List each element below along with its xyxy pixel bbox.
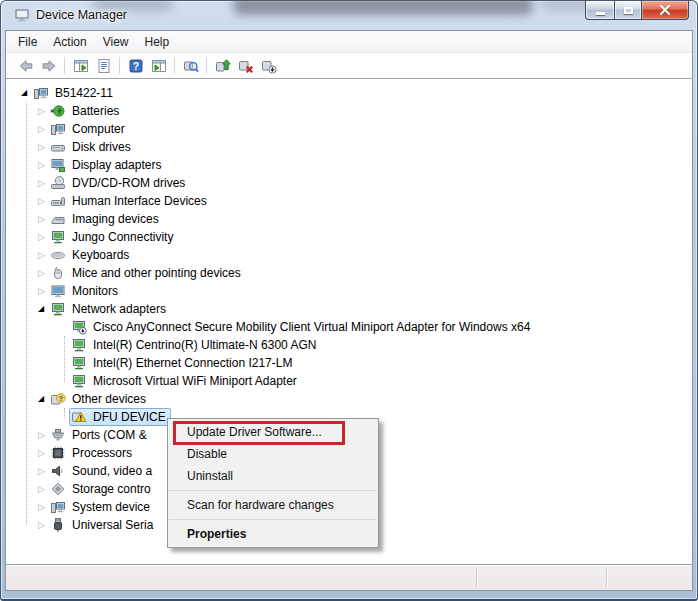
expander-collapsed-icon[interactable]: ▷: [38, 447, 50, 459]
mouse-icon: [50, 265, 66, 281]
tree-item[interactable]: Intel(R) Ethernet Connection I217-LM: [71, 355, 294, 371]
menu-help[interactable]: Help: [137, 32, 178, 52]
tree-item[interactable]: Universal Seria: [50, 517, 155, 533]
expander-collapsed-icon[interactable]: ▷: [38, 195, 50, 207]
tree-item[interactable]: B51422-11: [33, 85, 115, 101]
disable-button[interactable]: [257, 55, 280, 77]
tree-item[interactable]: Human Interface Devices: [50, 193, 209, 209]
tree-item[interactable]: Display adapters: [50, 157, 163, 173]
expander-collapsed-icon[interactable]: ▷: [38, 177, 50, 189]
expander-collapsed-icon[interactable]: ▷: [38, 285, 50, 297]
close-button[interactable]: [642, 1, 689, 20]
forward-icon: [41, 58, 57, 74]
tree-item-label: Ports (COM &: [70, 427, 149, 443]
tree-item[interactable]: Cisco AnyConnect Secure Mobility Client …: [71, 319, 532, 335]
tree-item[interactable]: Storage contro: [50, 481, 153, 497]
minimize-button[interactable]: [585, 1, 614, 20]
tree-item[interactable]: Sound, video a: [50, 463, 154, 479]
tree-item[interactable]: Imaging devices: [50, 211, 161, 227]
warning-device-icon: [71, 409, 87, 425]
properties-button[interactable]: [92, 55, 115, 77]
properties-icon: [96, 58, 112, 74]
maximize-button[interactable]: [614, 1, 642, 20]
expander-collapsed-icon[interactable]: ▷: [38, 483, 50, 495]
tree-item[interactable]: Disk drives: [50, 139, 133, 155]
expander-collapsed-icon[interactable]: ▷: [38, 105, 50, 117]
menubar: FileActionViewHelp: [6, 31, 692, 53]
close-icon: [659, 5, 671, 15]
expander-collapsed-icon[interactable]: ▷: [38, 429, 50, 441]
tree-item[interactable]: Computer: [50, 121, 127, 137]
expander-collapsed-icon[interactable]: ▷: [38, 519, 50, 531]
expander-collapsed-icon[interactable]: ▷: [38, 159, 50, 171]
tree-item[interactable]: Jungo Connectivity: [50, 229, 175, 245]
expander-collapsed-icon[interactable]: ▷: [38, 267, 50, 279]
show-console-tree-icon: [73, 58, 89, 74]
display-adapter-icon: [50, 157, 66, 173]
expander-expanded-icon[interactable]: ◢: [21, 87, 33, 99]
tree-item[interactable]: Batteries: [50, 103, 121, 119]
network-adapter-disabled-icon: [71, 319, 87, 335]
tree-item-label: Imaging devices: [70, 211, 161, 227]
tree-item[interactable]: Ports (COM &: [50, 427, 149, 443]
scan-hardware-changes-button[interactable]: [179, 55, 202, 77]
tree-row: ▷Keyboards: [6, 246, 692, 264]
update-driver-button[interactable]: [211, 55, 234, 77]
show-console-tree-button[interactable]: [69, 55, 92, 77]
expander-expanded-icon[interactable]: ◢: [38, 303, 50, 315]
menu-view[interactable]: View: [95, 32, 137, 52]
network-adapter-icon: [71, 355, 87, 371]
device-manager-window: Device Manager FileActionViewHelp ? ◢B51…: [0, 0, 698, 601]
tree-item[interactable]: Monitors: [50, 283, 120, 299]
tree-item[interactable]: ?Other devices: [50, 391, 148, 407]
tree-item[interactable]: Microsoft Virtual WiFi Miniport Adapter: [71, 373, 299, 389]
tree-item[interactable]: System device: [50, 499, 152, 515]
computer-icon: [50, 121, 66, 137]
usb-icon: [50, 517, 66, 533]
expander-collapsed-icon[interactable]: ▷: [38, 123, 50, 135]
expander-collapsed-icon[interactable]: ▷: [38, 141, 50, 153]
network-adapter-icon: [71, 373, 87, 389]
red-annotation-box: [173, 421, 345, 445]
expander-collapsed-icon[interactable]: ▷: [38, 249, 50, 261]
computer-icon: [50, 499, 66, 515]
toolbar-separator: [64, 57, 65, 74]
tree-item[interactable]: Network adapters: [50, 301, 168, 317]
context-menu-item-uninstall[interactable]: Uninstall: [168, 465, 378, 487]
help-icon: ?: [128, 58, 144, 74]
expander-collapsed-icon[interactable]: ▷: [38, 213, 50, 225]
tree-row: ▷Display adapters: [6, 156, 692, 174]
tree-row: ▷DVD/CD-ROM drives: [6, 174, 692, 192]
tree-row: ◢B51422-11: [6, 84, 692, 102]
tree-item-selected[interactable]: DFU DEVICE: [69, 408, 171, 426]
tree-guide-line: [26, 102, 27, 525]
back-button[interactable]: [14, 55, 37, 77]
tree-row: ▷Computer: [6, 120, 692, 138]
context-menu-item-properties[interactable]: Properties: [168, 523, 378, 545]
tree-item-label: Storage contro: [70, 481, 153, 497]
tree-item[interactable]: Keyboards: [50, 247, 131, 263]
tree-item-label: Other devices: [70, 391, 148, 407]
unknown-device-icon: ?: [50, 391, 66, 407]
tree-item[interactable]: Processors: [50, 445, 134, 461]
tree-item[interactable]: Mice and other pointing devices: [50, 265, 243, 281]
menu-action[interactable]: Action: [45, 32, 94, 52]
context-menu-item-scan-for-hardware-changes[interactable]: Scan for hardware changes: [168, 494, 378, 516]
context-menu-item-disable[interactable]: Disable: [168, 443, 378, 465]
tree-item[interactable]: Intel(R) Centrino(R) Ultimate-N 6300 AGN: [71, 337, 318, 353]
help-button[interactable]: ?: [124, 55, 147, 77]
storage-icon: [50, 481, 66, 497]
show-action-pane-button[interactable]: [147, 55, 170, 77]
expander-expanded-icon[interactable]: ◢: [38, 393, 50, 405]
menu-separator: [169, 490, 377, 491]
tree-item[interactable]: DVD/CD-ROM drives: [50, 175, 187, 191]
uninstall-icon: [238, 58, 254, 74]
tree-item-label: Jungo Connectivity: [70, 229, 175, 245]
monitor-icon: [50, 283, 66, 299]
expander-collapsed-icon[interactable]: ▷: [38, 501, 50, 513]
expander-collapsed-icon[interactable]: ▷: [38, 465, 50, 477]
uninstall-button[interactable]: [234, 55, 257, 77]
expander-collapsed-icon[interactable]: ▷: [38, 231, 50, 243]
forward-button[interactable]: [37, 55, 60, 77]
menu-file[interactable]: File: [10, 32, 45, 52]
